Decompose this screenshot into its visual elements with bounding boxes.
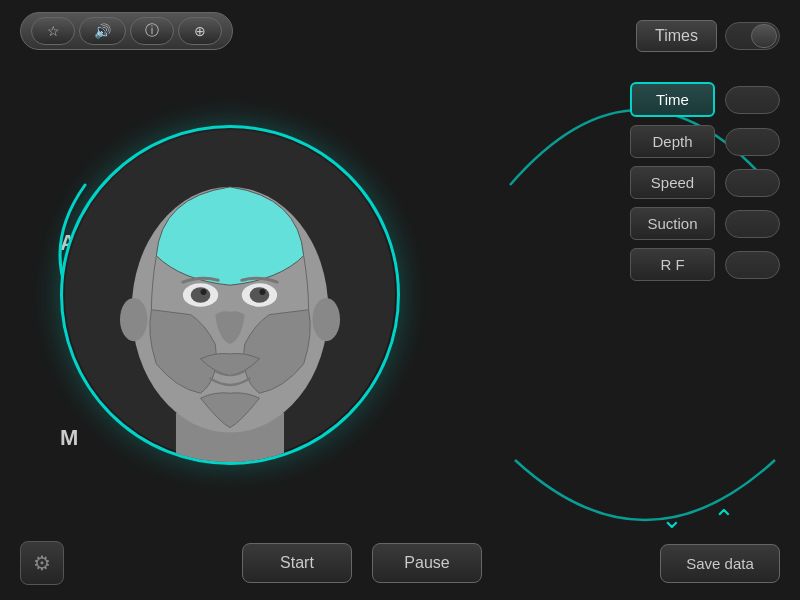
speed-slider[interactable] [725,169,780,197]
times-slider-thumb [751,24,777,48]
gear-icon: ⚙ [33,551,51,575]
param-rows: Time Depth Speed Suction R F [520,82,780,281]
center-action-buttons: Start Pause [242,543,482,583]
times-slider[interactable] [725,22,780,50]
suction-slider[interactable] [725,210,780,238]
rf-button[interactable]: R F [630,248,715,281]
rf-row: R F [520,248,780,281]
svg-point-8 [201,289,207,295]
speed-button[interactable]: Speed [630,166,715,199]
start-button[interactable]: Start [242,543,352,583]
speaker-button[interactable]: 🔊 [79,17,126,45]
save-data-button[interactable]: Save data [660,544,780,583]
time-row: Time [520,82,780,117]
depth-row: Depth [520,125,780,158]
svg-point-6 [191,287,211,303]
add-button[interactable]: ⊕ [178,17,222,45]
svg-point-7 [250,287,270,303]
suction-button[interactable]: Suction [630,207,715,240]
info-button[interactable]: ⓘ [130,17,174,45]
rf-slider[interactable] [725,251,780,279]
down-arrow-button[interactable]: ⌄ [661,504,683,535]
times-button[interactable]: Times [636,20,717,52]
right-panel: Times Time Depth Speed Suction R F [520,20,780,281]
speed-row: Speed [520,166,780,199]
face-container: A M [40,55,420,535]
svg-point-9 [259,289,265,295]
svg-point-11 [313,298,341,341]
up-arrow-button[interactable]: ⌃ [713,504,735,535]
star-button[interactable]: ☆ [31,17,75,45]
face-circle[interactable] [60,125,400,465]
speaker-icon: 🔊 [94,23,111,39]
label-m: M [60,425,78,451]
add-icon: ⊕ [194,23,206,39]
depth-button[interactable]: Depth [630,125,715,158]
star-icon: ☆ [47,23,60,39]
pause-button[interactable]: Pause [372,543,482,583]
face-svg [63,128,397,462]
top-toolbar: ☆ 🔊 ⓘ ⊕ [20,12,233,50]
info-icon: ⓘ [145,22,159,38]
time-button[interactable]: Time [630,82,715,117]
times-row: Times [520,20,780,52]
depth-slider[interactable] [725,128,780,156]
svg-point-10 [120,298,148,341]
gear-button[interactable]: ⚙ [20,541,64,585]
suction-row: Suction [520,207,780,240]
bottom-curve-arc [505,450,785,550]
time-slider[interactable] [725,86,780,114]
nav-arrows: ⌄ ⌃ [661,504,735,535]
bottom-bar: ⚙ Start Pause Save data [0,541,800,585]
